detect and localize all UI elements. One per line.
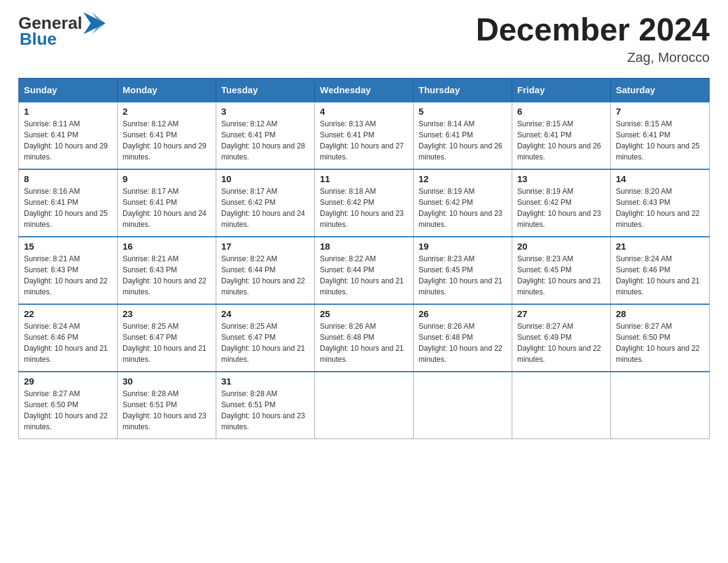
calendar-cell: 10Sunrise: 8:17 AMSunset: 6:42 PMDayligh… bbox=[216, 169, 315, 237]
calendar-body: 1Sunrise: 8:11 AMSunset: 6:41 PMDaylight… bbox=[19, 102, 710, 439]
day-info: Sunrise: 8:26 AMSunset: 6:48 PMDaylight:… bbox=[419, 321, 507, 365]
day-info: Sunrise: 8:22 AMSunset: 6:44 PMDaylight:… bbox=[320, 253, 408, 297]
calendar-cell bbox=[611, 372, 710, 439]
day-info: Sunrise: 8:25 AMSunset: 6:47 PMDaylight:… bbox=[221, 321, 309, 365]
day-info: Sunrise: 8:22 AMSunset: 6:44 PMDaylight:… bbox=[221, 253, 309, 297]
day-number: 9 bbox=[123, 174, 211, 184]
day-info: Sunrise: 8:28 AMSunset: 6:51 PMDaylight:… bbox=[221, 388, 309, 432]
day-number: 31 bbox=[221, 376, 309, 386]
day-number: 22 bbox=[24, 308, 112, 319]
day-info: Sunrise: 8:21 AMSunset: 6:43 PMDaylight:… bbox=[24, 253, 112, 297]
day-info: Sunrise: 8:19 AMSunset: 6:42 PMDaylight:… bbox=[517, 186, 605, 230]
calendar-week-row: 15Sunrise: 8:21 AMSunset: 6:43 PMDayligh… bbox=[19, 237, 710, 304]
day-number: 3 bbox=[221, 106, 309, 117]
day-number: 23 bbox=[123, 308, 211, 319]
page-header: General Blue December 2024 Zag, Morocco bbox=[18, 12, 710, 66]
day-info: Sunrise: 8:17 AMSunset: 6:42 PMDaylight:… bbox=[221, 186, 309, 230]
calendar-cell: 31Sunrise: 8:28 AMSunset: 6:51 PMDayligh… bbox=[216, 372, 315, 439]
logo: General Blue bbox=[18, 12, 105, 49]
day-info: Sunrise: 8:18 AMSunset: 6:42 PMDaylight:… bbox=[320, 186, 408, 230]
day-info: Sunrise: 8:19 AMSunset: 6:42 PMDaylight:… bbox=[419, 186, 507, 230]
day-number: 11 bbox=[320, 174, 408, 184]
calendar-cell: 6Sunrise: 8:15 AMSunset: 6:41 PMDaylight… bbox=[512, 102, 611, 169]
location-label: Zag, Morocco bbox=[476, 50, 710, 66]
calendar-cell: 20Sunrise: 8:23 AMSunset: 6:45 PMDayligh… bbox=[512, 237, 611, 304]
day-info: Sunrise: 8:24 AMSunset: 6:46 PMDaylight:… bbox=[24, 321, 112, 365]
calendar-cell: 18Sunrise: 8:22 AMSunset: 6:44 PMDayligh… bbox=[315, 237, 414, 304]
calendar-cell: 9Sunrise: 8:17 AMSunset: 6:41 PMDaylight… bbox=[118, 169, 216, 237]
calendar-week-row: 22Sunrise: 8:24 AMSunset: 6:46 PMDayligh… bbox=[19, 304, 710, 372]
day-info: Sunrise: 8:27 AMSunset: 6:50 PMDaylight:… bbox=[24, 388, 112, 432]
calendar-week-row: 29Sunrise: 8:27 AMSunset: 6:50 PMDayligh… bbox=[19, 372, 710, 439]
day-number: 19 bbox=[419, 241, 507, 251]
calendar-header-sunday: Sunday bbox=[19, 79, 118, 102]
day-number: 16 bbox=[123, 241, 211, 251]
day-info: Sunrise: 8:15 AMSunset: 6:41 PMDaylight:… bbox=[616, 118, 704, 163]
day-number: 30 bbox=[123, 376, 211, 386]
calendar-week-row: 1Sunrise: 8:11 AMSunset: 6:41 PMDaylight… bbox=[19, 102, 710, 169]
day-number: 21 bbox=[616, 241, 704, 251]
day-number: 8 bbox=[24, 174, 112, 184]
day-info: Sunrise: 8:14 AMSunset: 6:41 PMDaylight:… bbox=[419, 118, 507, 163]
day-number: 7 bbox=[616, 106, 704, 117]
calendar-cell: 4Sunrise: 8:13 AMSunset: 6:41 PMDaylight… bbox=[315, 102, 414, 169]
day-number: 6 bbox=[517, 106, 605, 117]
calendar-cell: 29Sunrise: 8:27 AMSunset: 6:50 PMDayligh… bbox=[19, 372, 118, 439]
calendar-cell: 17Sunrise: 8:22 AMSunset: 6:44 PMDayligh… bbox=[216, 237, 315, 304]
calendar-header-monday: Monday bbox=[118, 79, 216, 102]
calendar-cell: 8Sunrise: 8:16 AMSunset: 6:41 PMDaylight… bbox=[19, 169, 118, 237]
day-number: 5 bbox=[419, 106, 507, 117]
day-number: 14 bbox=[616, 174, 704, 184]
day-info: Sunrise: 8:11 AMSunset: 6:41 PMDaylight:… bbox=[24, 118, 112, 163]
day-info: Sunrise: 8:28 AMSunset: 6:51 PMDaylight:… bbox=[123, 388, 211, 432]
day-info: Sunrise: 8:26 AMSunset: 6:48 PMDaylight:… bbox=[320, 321, 408, 365]
calendar-cell: 3Sunrise: 8:12 AMSunset: 6:41 PMDaylight… bbox=[216, 102, 315, 169]
month-title: December 2024 bbox=[476, 12, 710, 47]
calendar-cell bbox=[315, 372, 414, 439]
calendar-cell: 16Sunrise: 8:21 AMSunset: 6:43 PMDayligh… bbox=[118, 237, 216, 304]
day-number: 24 bbox=[221, 308, 309, 319]
calendar-cell: 15Sunrise: 8:21 AMSunset: 6:43 PMDayligh… bbox=[19, 237, 118, 304]
day-info: Sunrise: 8:24 AMSunset: 6:46 PMDaylight:… bbox=[616, 253, 704, 297]
calendar-week-row: 8Sunrise: 8:16 AMSunset: 6:41 PMDaylight… bbox=[19, 169, 710, 237]
calendar-cell: 24Sunrise: 8:25 AMSunset: 6:47 PMDayligh… bbox=[216, 304, 315, 372]
calendar-cell: 23Sunrise: 8:25 AMSunset: 6:47 PMDayligh… bbox=[118, 304, 216, 372]
day-info: Sunrise: 8:23 AMSunset: 6:45 PMDaylight:… bbox=[419, 253, 507, 297]
day-number: 15 bbox=[24, 241, 112, 251]
day-info: Sunrise: 8:27 AMSunset: 6:49 PMDaylight:… bbox=[517, 321, 605, 365]
day-number: 17 bbox=[221, 241, 309, 251]
day-info: Sunrise: 8:25 AMSunset: 6:47 PMDaylight:… bbox=[123, 321, 211, 365]
day-number: 25 bbox=[320, 308, 408, 319]
day-info: Sunrise: 8:15 AMSunset: 6:41 PMDaylight:… bbox=[517, 118, 605, 163]
day-info: Sunrise: 8:17 AMSunset: 6:41 PMDaylight:… bbox=[123, 186, 211, 230]
day-info: Sunrise: 8:23 AMSunset: 6:45 PMDaylight:… bbox=[517, 253, 605, 297]
day-info: Sunrise: 8:12 AMSunset: 6:41 PMDaylight:… bbox=[123, 118, 211, 163]
title-block: December 2024 Zag, Morocco bbox=[476, 12, 710, 66]
day-info: Sunrise: 8:16 AMSunset: 6:41 PMDaylight:… bbox=[24, 186, 112, 230]
calendar-cell: 5Sunrise: 8:14 AMSunset: 6:41 PMDaylight… bbox=[414, 102, 512, 169]
calendar-header-thursday: Thursday bbox=[414, 79, 512, 102]
day-number: 26 bbox=[419, 308, 507, 319]
day-info: Sunrise: 8:21 AMSunset: 6:43 PMDaylight:… bbox=[123, 253, 211, 297]
day-info: Sunrise: 8:12 AMSunset: 6:41 PMDaylight:… bbox=[221, 118, 309, 163]
day-info: Sunrise: 8:13 AMSunset: 6:41 PMDaylight:… bbox=[320, 118, 408, 163]
day-number: 12 bbox=[419, 174, 507, 184]
calendar-cell: 22Sunrise: 8:24 AMSunset: 6:46 PMDayligh… bbox=[19, 304, 118, 372]
calendar-cell bbox=[414, 372, 512, 439]
logo-blue-text: Blue bbox=[20, 29, 57, 49]
calendar-cell bbox=[512, 372, 611, 439]
calendar-cell: 27Sunrise: 8:27 AMSunset: 6:49 PMDayligh… bbox=[512, 304, 611, 372]
day-number: 10 bbox=[221, 174, 309, 184]
calendar-cell: 2Sunrise: 8:12 AMSunset: 6:41 PMDaylight… bbox=[118, 102, 216, 169]
day-number: 13 bbox=[517, 174, 605, 184]
calendar-cell: 21Sunrise: 8:24 AMSunset: 6:46 PMDayligh… bbox=[611, 237, 710, 304]
calendar-header-wednesday: Wednesday bbox=[315, 79, 414, 102]
calendar-header-tuesday: Tuesday bbox=[216, 79, 315, 102]
calendar-header-friday: Friday bbox=[512, 79, 611, 102]
calendar-header-saturday: Saturday bbox=[611, 79, 710, 102]
day-info: Sunrise: 8:27 AMSunset: 6:50 PMDaylight:… bbox=[616, 321, 704, 365]
calendar-cell: 12Sunrise: 8:19 AMSunset: 6:42 PMDayligh… bbox=[414, 169, 512, 237]
day-number: 18 bbox=[320, 241, 408, 251]
day-number: 28 bbox=[616, 308, 704, 319]
day-number: 27 bbox=[517, 308, 605, 319]
